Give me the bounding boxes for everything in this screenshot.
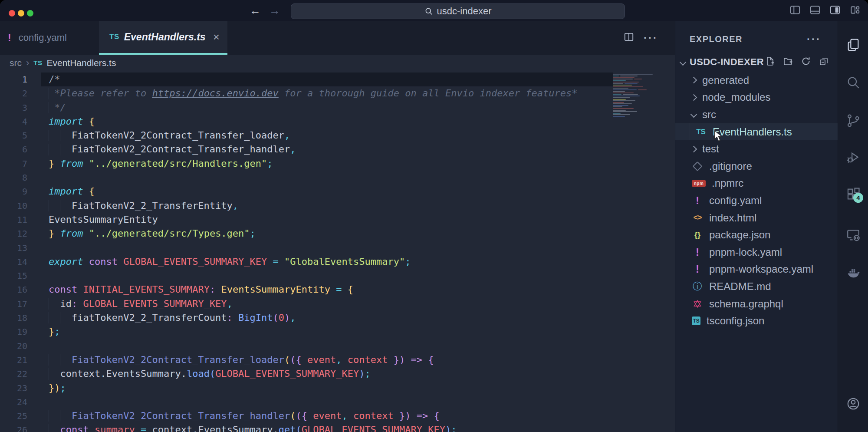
tree-folder-node-modules[interactable]: node_modules [675, 89, 838, 106]
minimap-segment [613, 113, 621, 114]
code-token: } [49, 228, 54, 239]
tab-label: EventHandlers.ts [124, 31, 206, 43]
tree-folder-test[interactable]: test [675, 140, 838, 158]
line-number: 25 [0, 409, 41, 423]
code-line[interactable]: id: GLOBAL_EVENTS_SUMMARY_KEY, [41, 297, 613, 311]
explorer-more-actions-icon[interactable]: ··· [807, 33, 821, 45]
code-line[interactable]: import { [41, 185, 613, 198]
toggle-secondary-sidebar-icon[interactable] [829, 4, 841, 16]
back-arrow-icon[interactable]: ← [248, 3, 263, 18]
code-line[interactable] [41, 395, 613, 409]
code-line[interactable]: context.EventsSummary.load(GLOBAL_EVENTS… [41, 367, 613, 381]
code-token: 0 [279, 312, 284, 323]
code-line[interactable]: }; [41, 325, 613, 339]
code-token [267, 256, 273, 267]
tree-file-eventhandlers-ts[interactable]: TSEventHandlers.ts [675, 123, 838, 141]
code-line[interactable]: */ [41, 101, 613, 115]
remote-explorer-icon[interactable] [846, 228, 861, 242]
tree-file-tsconfig-json[interactable]: TStsconfig.json [675, 312, 838, 330]
code-line[interactable]: *Please refer to https://docs.envio.dev … [41, 86, 613, 100]
code-line[interactable]: /* [41, 73, 613, 86]
breadcrumb-file[interactable]: EventHandlers.ts [47, 58, 116, 68]
forward-arrow-icon[interactable]: → [267, 3, 282, 18]
code-editor[interactable]: 1234567891011121314151617181920212223242… [0, 71, 675, 432]
tree-file-schema-graphql[interactable]: schema.graphql [675, 295, 838, 313]
tree-item-label: .gitignore [709, 160, 752, 172]
code-token: get [279, 424, 296, 432]
split-editor-icon[interactable] [623, 31, 635, 44]
code-line[interactable]: fiatTokenV2_2_TransferCount: BigInt(0), [41, 311, 613, 325]
traffic-light-close[interactable] [9, 10, 15, 16]
docker-icon[interactable] [846, 265, 861, 280]
traffic-light-zoom[interactable] [27, 10, 33, 16]
source-control-icon[interactable] [846, 113, 861, 128]
code-content[interactable]: /* *Please refer to https://docs.envio.d… [41, 73, 613, 432]
new-file-icon[interactable] [765, 56, 776, 68]
code-line[interactable] [41, 269, 613, 283]
minimap-line [613, 74, 660, 75]
customize-layout-icon[interactable] [849, 4, 861, 16]
tree-file-pnpm-lock-yaml[interactable]: !pnpm-lock.yaml [675, 244, 838, 261]
tree-file-pnpm-workspace-yaml[interactable]: !pnpm-workspace.yaml [675, 261, 838, 278]
code-line[interactable]: FiatTokenV2_2Contract_Transfer_handler((… [41, 409, 613, 423]
code-token: GLOBAL_EVENTS_SUMMARY_KEY [302, 424, 445, 432]
code-line[interactable]: EventsSummaryEntity [41, 213, 613, 227]
code-line[interactable] [41, 171, 613, 185]
tree-file-config-yaml[interactable]: !config.yaml [675, 192, 838, 209]
tree-file--npmrc[interactable]: npm.npmrc [675, 175, 838, 192]
minimap-segment [613, 74, 653, 75]
code-line[interactable]: FiatTokenV2_2Contract_Transfer_loader, [41, 129, 613, 142]
code-line[interactable]: import { [41, 115, 613, 129]
tree-folder-src[interactable]: src [675, 106, 838, 123]
extensions-icon[interactable]: 4 [846, 187, 861, 201]
refresh-icon[interactable] [801, 56, 811, 68]
code-line[interactable] [41, 339, 613, 353]
run-debug-icon[interactable] [846, 150, 861, 165]
search-value: usdc-indexer [437, 6, 492, 17]
line-number: 1 [0, 73, 41, 86]
code-token: */ [49, 102, 66, 113]
close-icon[interactable]: × [213, 30, 220, 44]
code-token [428, 410, 434, 421]
code-token: summary [95, 424, 135, 432]
code-line[interactable]: FiatTokenV2_2Contract_Transfer_loader(({… [41, 353, 613, 367]
new-folder-icon[interactable] [783, 56, 793, 68]
code-line[interactable]: } from "../generated/src/Types.gen"; [41, 227, 613, 241]
code-token [135, 424, 141, 432]
code-line[interactable]: const INITIAL_EVENTS_SUMMARY: EventsSumm… [41, 283, 613, 297]
code-line[interactable]: FiatTokenV2_2_TransferEntity, [41, 199, 613, 213]
code-line[interactable] [41, 241, 613, 255]
code-token: FiatTokenV2_2Contract_Transfer_loader [49, 130, 284, 141]
line-number: 5 [0, 129, 41, 142]
tab-config-yaml[interactable]: ! config.yaml [0, 21, 92, 55]
tree-file-package-json[interactable]: {}package.json [675, 226, 838, 244]
code-token: ( [284, 354, 290, 365]
workspace-root-row[interactable]: USDC-INDEXER [675, 53, 838, 71]
code-token [422, 354, 428, 365]
more-actions-icon[interactable]: ··· [644, 32, 658, 44]
search-icon[interactable] [846, 75, 861, 90]
tree-file-index-html[interactable]: <>index.html [675, 209, 838, 227]
minimap[interactable] [613, 74, 660, 118]
minimap-segment [613, 111, 637, 112]
minimap-segment [613, 80, 626, 81]
code-line[interactable]: const summary = context.EventsSummary.ge… [41, 423, 613, 432]
tree-file--gitignore[interactable]: .gitignore [675, 158, 838, 175]
explorer-icon[interactable] [846, 38, 861, 53]
toggle-panel-icon[interactable] [809, 4, 821, 16]
code-line[interactable]: export const GLOBAL_EVENTS_SUMMARY_KEY =… [41, 255, 613, 269]
breadcrumb-folder[interactable]: src [10, 58, 22, 68]
code-line[interactable]: }); [41, 381, 613, 395]
traffic-light-minimize[interactable] [18, 10, 24, 16]
code-line[interactable]: FiatTokenV2_2Contract_Transfer_handler, [41, 142, 613, 156]
tab-eventhandlers-ts[interactable]: TS EventHandlers.ts × [99, 21, 227, 55]
line-number: 15 [0, 269, 41, 283]
toggle-primary-sidebar-icon[interactable] [789, 4, 801, 16]
search-input[interactable]: usdc-indexer [291, 3, 625, 19]
code-line[interactable]: } from "../generated/src/Handlers.gen"; [41, 157, 613, 171]
minimap-segment [613, 106, 622, 107]
collapse-all-icon[interactable] [819, 56, 829, 68]
tree-folder-generated[interactable]: generated [675, 72, 838, 89]
account-icon[interactable] [846, 396, 861, 411]
tree-file-readme-md[interactable]: ⓘREADME.md [675, 278, 838, 295]
